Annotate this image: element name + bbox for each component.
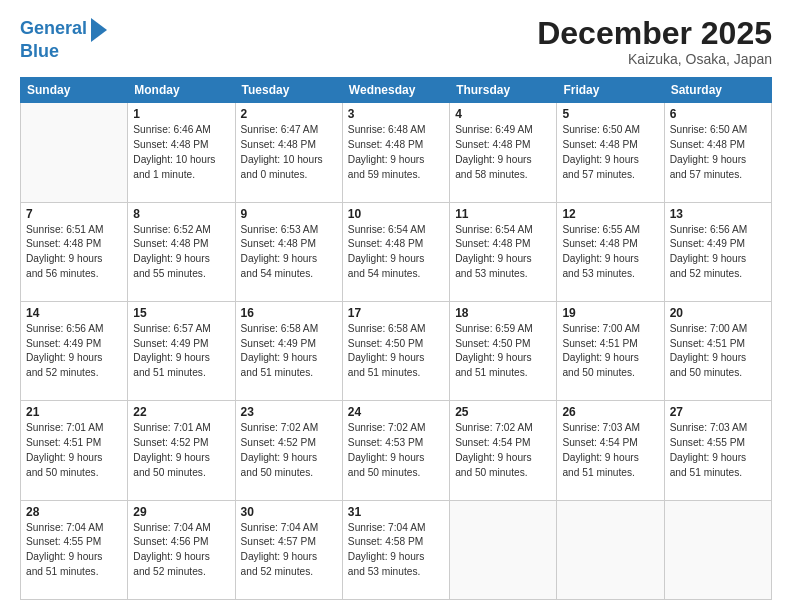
calendar-cell: 6Sunrise: 6:50 AMSunset: 4:48 PMDaylight… (664, 103, 771, 202)
day-number: 25 (455, 405, 551, 419)
weekday-header-row: SundayMondayTuesdayWednesdayThursdayFrid… (21, 78, 772, 103)
calendar-cell: 12Sunrise: 6:55 AMSunset: 4:48 PMDayligh… (557, 202, 664, 301)
calendar-cell: 21Sunrise: 7:01 AMSunset: 4:51 PMDayligh… (21, 401, 128, 500)
day-info: Sunrise: 6:46 AMSunset: 4:48 PMDaylight:… (133, 123, 229, 182)
day-info: Sunrise: 6:50 AMSunset: 4:48 PMDaylight:… (562, 123, 658, 182)
day-info: Sunrise: 6:52 AMSunset: 4:48 PMDaylight:… (133, 223, 229, 282)
day-info: Sunrise: 7:04 AMSunset: 4:56 PMDaylight:… (133, 521, 229, 580)
day-number: 29 (133, 505, 229, 519)
calendar-cell: 19Sunrise: 7:00 AMSunset: 4:51 PMDayligh… (557, 301, 664, 400)
day-number: 19 (562, 306, 658, 320)
day-number: 23 (241, 405, 337, 419)
day-number: 27 (670, 405, 766, 419)
calendar-cell (21, 103, 128, 202)
week-row-5: 28Sunrise: 7:04 AMSunset: 4:55 PMDayligh… (21, 500, 772, 599)
day-info: Sunrise: 7:00 AMSunset: 4:51 PMDaylight:… (670, 322, 766, 381)
day-number: 6 (670, 107, 766, 121)
day-info: Sunrise: 6:54 AMSunset: 4:48 PMDaylight:… (348, 223, 444, 282)
week-row-2: 7Sunrise: 6:51 AMSunset: 4:48 PMDaylight… (21, 202, 772, 301)
calendar-cell: 8Sunrise: 6:52 AMSunset: 4:48 PMDaylight… (128, 202, 235, 301)
calendar-cell: 4Sunrise: 6:49 AMSunset: 4:48 PMDaylight… (450, 103, 557, 202)
day-info: Sunrise: 7:04 AMSunset: 4:58 PMDaylight:… (348, 521, 444, 580)
day-info: Sunrise: 7:01 AMSunset: 4:52 PMDaylight:… (133, 421, 229, 480)
weekday-header-wednesday: Wednesday (342, 78, 449, 103)
day-number: 7 (26, 207, 122, 221)
day-number: 18 (455, 306, 551, 320)
day-number: 8 (133, 207, 229, 221)
day-info: Sunrise: 7:02 AMSunset: 4:52 PMDaylight:… (241, 421, 337, 480)
day-number: 26 (562, 405, 658, 419)
month-title: December 2025 (537, 16, 772, 51)
day-info: Sunrise: 7:02 AMSunset: 4:53 PMDaylight:… (348, 421, 444, 480)
calendar-cell (450, 500, 557, 599)
weekday-header-tuesday: Tuesday (235, 78, 342, 103)
calendar-table: SundayMondayTuesdayWednesdayThursdayFrid… (20, 77, 772, 600)
calendar-cell: 23Sunrise: 7:02 AMSunset: 4:52 PMDayligh… (235, 401, 342, 500)
logo: General Blue (20, 16, 107, 62)
day-info: Sunrise: 6:58 AMSunset: 4:49 PMDaylight:… (241, 322, 337, 381)
page: General Blue December 2025 Kaizuka, Osak… (0, 0, 792, 612)
calendar-cell: 29Sunrise: 7:04 AMSunset: 4:56 PMDayligh… (128, 500, 235, 599)
calendar-cell: 20Sunrise: 7:00 AMSunset: 4:51 PMDayligh… (664, 301, 771, 400)
day-info: Sunrise: 6:56 AMSunset: 4:49 PMDaylight:… (670, 223, 766, 282)
week-row-1: 1Sunrise: 6:46 AMSunset: 4:48 PMDaylight… (21, 103, 772, 202)
day-number: 12 (562, 207, 658, 221)
weekday-header-thursday: Thursday (450, 78, 557, 103)
day-number: 28 (26, 505, 122, 519)
day-number: 17 (348, 306, 444, 320)
day-number: 5 (562, 107, 658, 121)
calendar-cell: 17Sunrise: 6:58 AMSunset: 4:50 PMDayligh… (342, 301, 449, 400)
calendar-cell: 22Sunrise: 7:01 AMSunset: 4:52 PMDayligh… (128, 401, 235, 500)
calendar-cell: 9Sunrise: 6:53 AMSunset: 4:48 PMDaylight… (235, 202, 342, 301)
weekday-header-friday: Friday (557, 78, 664, 103)
day-number: 20 (670, 306, 766, 320)
calendar-cell: 1Sunrise: 6:46 AMSunset: 4:48 PMDaylight… (128, 103, 235, 202)
calendar-cell: 26Sunrise: 7:03 AMSunset: 4:54 PMDayligh… (557, 401, 664, 500)
day-number: 14 (26, 306, 122, 320)
day-number: 9 (241, 207, 337, 221)
calendar-cell: 14Sunrise: 6:56 AMSunset: 4:49 PMDayligh… (21, 301, 128, 400)
day-number: 16 (241, 306, 337, 320)
calendar-cell: 30Sunrise: 7:04 AMSunset: 4:57 PMDayligh… (235, 500, 342, 599)
logo-text: General (20, 19, 87, 39)
day-number: 11 (455, 207, 551, 221)
day-number: 3 (348, 107, 444, 121)
day-info: Sunrise: 6:56 AMSunset: 4:49 PMDaylight:… (26, 322, 122, 381)
day-info: Sunrise: 7:03 AMSunset: 4:55 PMDaylight:… (670, 421, 766, 480)
calendar-cell: 2Sunrise: 6:47 AMSunset: 4:48 PMDaylight… (235, 103, 342, 202)
day-info: Sunrise: 6:49 AMSunset: 4:48 PMDaylight:… (455, 123, 551, 182)
day-info: Sunrise: 6:54 AMSunset: 4:48 PMDaylight:… (455, 223, 551, 282)
day-number: 31 (348, 505, 444, 519)
day-info: Sunrise: 6:51 AMSunset: 4:48 PMDaylight:… (26, 223, 122, 282)
day-number: 30 (241, 505, 337, 519)
weekday-header-saturday: Saturday (664, 78, 771, 103)
title-block: December 2025 Kaizuka, Osaka, Japan (537, 16, 772, 67)
day-info: Sunrise: 6:47 AMSunset: 4:48 PMDaylight:… (241, 123, 337, 182)
day-info: Sunrise: 6:55 AMSunset: 4:48 PMDaylight:… (562, 223, 658, 282)
logo-subtext: Blue (20, 42, 107, 62)
day-number: 10 (348, 207, 444, 221)
day-number: 1 (133, 107, 229, 121)
calendar-cell: 16Sunrise: 6:58 AMSunset: 4:49 PMDayligh… (235, 301, 342, 400)
day-number: 22 (133, 405, 229, 419)
calendar-cell: 11Sunrise: 6:54 AMSunset: 4:48 PMDayligh… (450, 202, 557, 301)
calendar-cell: 27Sunrise: 7:03 AMSunset: 4:55 PMDayligh… (664, 401, 771, 500)
day-info: Sunrise: 7:01 AMSunset: 4:51 PMDaylight:… (26, 421, 122, 480)
week-row-4: 21Sunrise: 7:01 AMSunset: 4:51 PMDayligh… (21, 401, 772, 500)
weekday-header-sunday: Sunday (21, 78, 128, 103)
day-info: Sunrise: 6:53 AMSunset: 4:48 PMDaylight:… (241, 223, 337, 282)
day-number: 15 (133, 306, 229, 320)
day-info: Sunrise: 6:50 AMSunset: 4:48 PMDaylight:… (670, 123, 766, 182)
day-number: 21 (26, 405, 122, 419)
calendar-cell: 3Sunrise: 6:48 AMSunset: 4:48 PMDaylight… (342, 103, 449, 202)
calendar-cell: 15Sunrise: 6:57 AMSunset: 4:49 PMDayligh… (128, 301, 235, 400)
calendar-cell: 10Sunrise: 6:54 AMSunset: 4:48 PMDayligh… (342, 202, 449, 301)
day-number: 2 (241, 107, 337, 121)
day-info: Sunrise: 7:02 AMSunset: 4:54 PMDaylight:… (455, 421, 551, 480)
day-number: 4 (455, 107, 551, 121)
calendar-cell: 18Sunrise: 6:59 AMSunset: 4:50 PMDayligh… (450, 301, 557, 400)
day-info: Sunrise: 6:57 AMSunset: 4:49 PMDaylight:… (133, 322, 229, 381)
day-info: Sunrise: 7:04 AMSunset: 4:57 PMDaylight:… (241, 521, 337, 580)
calendar-cell: 13Sunrise: 6:56 AMSunset: 4:49 PMDayligh… (664, 202, 771, 301)
calendar-body: 1Sunrise: 6:46 AMSunset: 4:48 PMDaylight… (21, 103, 772, 600)
